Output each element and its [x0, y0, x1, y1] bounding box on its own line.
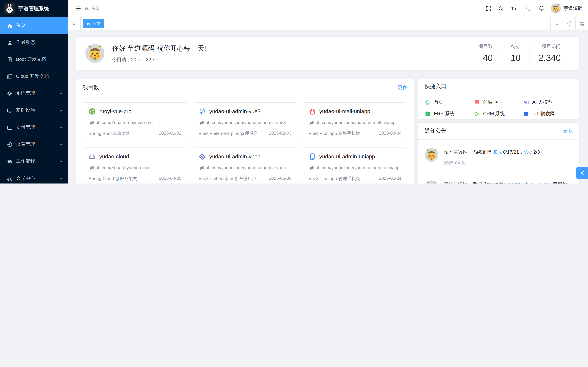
breadcrumb[interactable]: 首页 — [84, 5, 100, 12]
project-tile[interactable]: ruoyi-vue-progithub.com/YunaiV/ruoyi-vue… — [83, 102, 187, 142]
notice-avatar — [425, 180, 438, 184]
project-desc: Vue3 + uniapp 商城手机端 — [309, 131, 360, 137]
project-date: 2025-03-04 — [379, 131, 402, 137]
tabs: 首页 — [81, 17, 550, 30]
welcome-card: 你好 芋道源码 祝你开心每一天! 今日晴，20℃ - 32℃! 项目数 40 待… — [76, 36, 579, 70]
svg-text:文: 文 — [525, 6, 528, 9]
chevron-down-icon — [59, 125, 63, 129]
project-url[interactable]: github.com/yudaocode/yudao-ui-admin-vben — [199, 165, 292, 171]
sidebar-item-gear[interactable]: 系统管理 — [0, 85, 68, 102]
vue3-icon — [199, 108, 206, 115]
shortcuts-grid: 首页商城中心AIAI 大模型ERP 系统CRM 系统IoT 物联网 — [418, 94, 579, 120]
stat-visits: 项目访问 2,340 — [530, 43, 570, 63]
project-tile[interactable]: yudao-ui-mall-uniappgithub.com/yudaocode… — [303, 102, 407, 142]
bell-icon[interactable] — [536, 4, 547, 13]
sc-erp-icon — [425, 111, 431, 117]
shortcut-sc-home[interactable]: 首页 — [425, 98, 474, 107]
font-size-icon[interactable]: TT — [508, 4, 521, 13]
user-menu[interactable]: 芋道源码 — [551, 3, 583, 14]
shortcut-sc-erp[interactable]: ERP 系统 — [425, 109, 474, 119]
project-url[interactable]: github.com/yudaocode/yudao-ui-admin-unia… — [309, 165, 402, 171]
app-logo[interactable]: 芋道管理系统 — [0, 0, 68, 17]
svg-text:A: A — [528, 8, 531, 12]
notice-item[interactable]: 技术兼容性：系统支持 JDK 8/17/21，Vue 2/32025-04-21 — [418, 140, 579, 172]
language-icon[interactable]: 文A — [522, 4, 534, 13]
sidebar-item-monitor[interactable]: 基础设施 — [0, 102, 68, 119]
sidebar-item-workflow[interactable]: 工作流程 — [0, 153, 68, 170]
notice-title: 架构灵活性：后端提供 Spring Boot 2.7/3.2 + Cloud 双… — [444, 180, 572, 184]
notices-more-link[interactable]: 更多 — [563, 128, 572, 134]
cloud-icon — [88, 153, 96, 160]
navbar-actions: TT 文A 芋道源码 — [483, 3, 583, 14]
chart-pie-icon — [7, 142, 13, 147]
sidebar-collapse-icon[interactable] — [73, 4, 82, 13]
gear-icon — [7, 91, 13, 96]
notices-card: 通知公告 更多 技术兼容性：系统支持 JDK 8/17/21，Vue 2/320… — [417, 122, 579, 184]
sidebar-item-bicycle[interactable]: 会员中心 — [0, 170, 68, 184]
gear-icon — [579, 170, 585, 176]
notice-avatar — [425, 148, 438, 166]
project-url[interactable]: github.com/YunaiV/yudao-cloud — [88, 165, 182, 171]
shortcuts-card: 快捷入口 首页商城中心AIAI 大模型ERP 系统CRM 系统IoT 物联网 — [417, 79, 579, 120]
projects-title: 项目数 — [83, 84, 99, 91]
breadcrumb-home-label: 首页 — [91, 5, 100, 12]
sidebar-item-document[interactable]: Boot 开发文档 — [0, 51, 68, 68]
shortcut-sc-ai[interactable]: AIAI 大模型 — [523, 98, 572, 107]
sidebar-item-chart-pie[interactable]: 报表管理 — [0, 136, 68, 153]
sc-mall-icon — [474, 99, 480, 105]
document-icon — [7, 57, 13, 62]
project-date: 2025-01-02 — [159, 131, 182, 137]
stat-projects: 项目数 40 — [470, 43, 502, 63]
welcome-avatar — [86, 44, 104, 63]
shortcut-sc-mall[interactable]: 商城中心 — [474, 98, 523, 107]
notice-title: 技术兼容性：系统支持 JDK 8/17/21，Vue 2/3 — [444, 148, 572, 156]
breadcrumb-home-icon — [84, 6, 89, 11]
shortcut-sc-crm[interactable]: CRM 系统 — [474, 109, 523, 119]
shortcut-sc-iot[interactable]: IoT 物联网 — [523, 109, 572, 119]
tab-layout-button[interactable] — [575, 17, 588, 30]
tabs-scroll-right-button[interactable]: » — [550, 17, 563, 30]
project-url[interactable]: github.com/yudaocode/yudao-ui-admin-vue3 — [199, 120, 292, 126]
search-icon[interactable] — [495, 4, 507, 13]
sidebar-item-wallet[interactable]: 支付管理 — [0, 119, 68, 136]
notice-item[interactable]: 架构灵活性：后端提供 Spring Boot 2.7/3.2 + Cloud 双… — [418, 172, 579, 184]
chevron-down-icon — [59, 92, 63, 95]
sidebar-item-home[interactable]: 首页 — [0, 17, 68, 34]
project-url[interactable]: github.com/YunaiV/ruoyi-vue-pro — [88, 120, 182, 126]
fullscreen-icon[interactable] — [483, 4, 494, 13]
shortcuts-title: 快捷入口 — [425, 83, 446, 90]
main-area: 首页 TT 文A 芋道源码 « 首页 — [68, 0, 588, 184]
settings-float-button[interactable] — [576, 167, 588, 179]
project-url[interactable]: github.com/yudaocode/yudao-ui-mall-uniap… — [309, 120, 402, 126]
chevron-down-icon — [59, 159, 63, 163]
chevron-down-icon — [59, 142, 63, 146]
svg-text:T: T — [515, 7, 517, 11]
notice-list: 技术兼容性：系统支持 JDK 8/17/21，Vue 2/32025-04-21… — [418, 140, 579, 184]
tabs-collapse-left-button[interactable]: « — [68, 17, 81, 30]
project-tile[interactable]: yudao-cloudgithub.com/YunaiV/yudao-cloud… — [83, 148, 187, 184]
project-tile[interactable]: yudao-ui-admin-uniappgithub.com/yudaocod… — [303, 148, 407, 184]
tab-home[interactable]: 首页 — [83, 19, 104, 28]
project-tile[interactable]: yudao-ui-admin-vbengithub.com/yudaocode/… — [193, 148, 297, 184]
home-icon — [86, 22, 90, 25]
mall-icon — [309, 108, 316, 115]
app-root: 芋道管理系统 首页作者动态Boot 开发文档Cloud 开发文档系统管理基础设施… — [0, 0, 588, 184]
sidebar-item-copy-document[interactable]: Cloud 开发文档 — [0, 68, 68, 85]
welcome-subtitle: 今日晴，20℃ - 32℃! — [112, 57, 206, 63]
copy-document-icon — [7, 74, 13, 79]
sidebar: 芋道管理系统 首页作者动态Boot 开发文档Cloud 开发文档系统管理基础设施… — [0, 0, 68, 184]
notice-date: 2025-04-21 — [444, 160, 572, 166]
svg-text:T: T — [511, 6, 514, 11]
user-icon — [7, 40, 13, 45]
uniapp-icon — [309, 153, 316, 160]
monitor-icon — [7, 108, 13, 113]
sidebar-item-user[interactable]: 作者动态 — [0, 34, 68, 51]
svg-text:AI: AI — [524, 100, 527, 104]
projects-more-link[interactable]: 更多 — [398, 84, 407, 91]
tab-refresh-button[interactable] — [563, 17, 575, 30]
spring-icon — [88, 108, 96, 115]
project-tile[interactable]: yudao-ui-admin-vue3github.com/yudaocode/… — [193, 102, 297, 142]
projects-grid: ruoyi-vue-progithub.com/YunaiV/ruoyi-vue… — [76, 96, 414, 184]
wallet-icon — [7, 125, 13, 130]
sc-iot-icon — [523, 111, 529, 117]
